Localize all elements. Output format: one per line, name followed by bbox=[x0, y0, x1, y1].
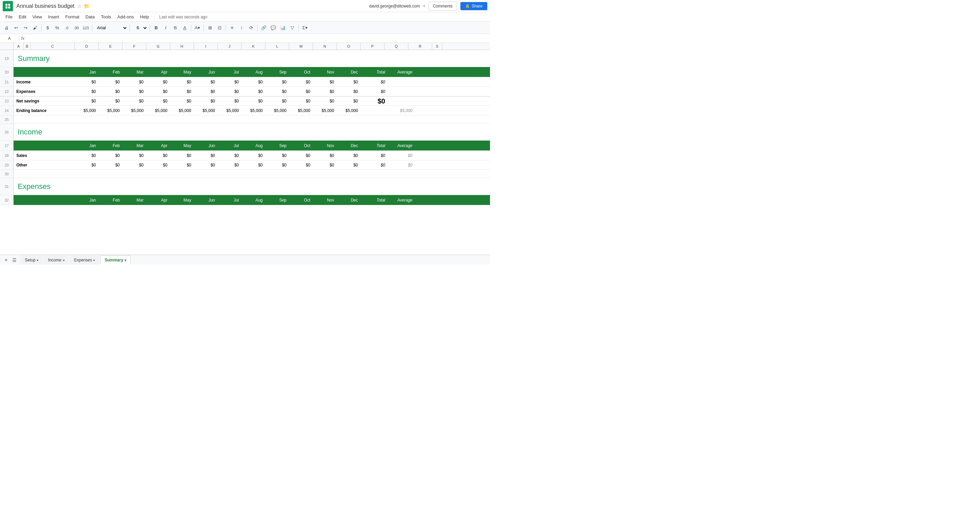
sales-may[interactable]: $0 bbox=[170, 151, 194, 160]
exp-may[interactable]: $0 bbox=[170, 87, 194, 96]
other-aug[interactable]: $0 bbox=[242, 160, 266, 169]
align-button[interactable]: ≡ bbox=[228, 24, 237, 32]
number-format-button[interactable]: 123 bbox=[81, 24, 90, 32]
end-jun[interactable]: $5,000 bbox=[194, 106, 218, 115]
income-aug[interactable]: $0 bbox=[242, 77, 266, 86]
end-mar[interactable]: $5,000 bbox=[123, 106, 146, 115]
share-button[interactable]: 🔒 Share bbox=[460, 2, 487, 10]
exp-jul[interactable]: $0 bbox=[218, 87, 242, 96]
tab-income[interactable]: Income ▾ bbox=[43, 255, 69, 265]
income-may[interactable]: $0 bbox=[170, 77, 194, 86]
folder-icon[interactable]: 📁 bbox=[84, 3, 89, 9]
other-sep[interactable]: $0 bbox=[266, 160, 289, 169]
borders-button[interactable]: ⊞ bbox=[205, 24, 215, 32]
net-dec[interactable]: $0 bbox=[337, 97, 361, 105]
col-header-g[interactable]: G bbox=[146, 43, 170, 50]
sales-oct[interactable]: $0 bbox=[289, 151, 313, 160]
other-nov[interactable]: $0 bbox=[313, 160, 337, 169]
other-oct[interactable]: $0 bbox=[289, 160, 313, 169]
menu-help[interactable]: Help bbox=[137, 13, 152, 21]
comment-button[interactable]: 💬 bbox=[269, 24, 278, 32]
italic-button[interactable]: I bbox=[161, 24, 170, 32]
col-header-k[interactable]: K bbox=[242, 43, 266, 50]
link-button[interactable]: 🔗 bbox=[259, 24, 268, 32]
menu-tools[interactable]: Tools bbox=[98, 13, 114, 21]
print-button[interactable]: 🖨 bbox=[2, 24, 11, 32]
other-jan[interactable]: $0 bbox=[75, 160, 99, 169]
col-header-i[interactable]: I bbox=[194, 43, 218, 50]
sales-jan[interactable]: $0 bbox=[75, 151, 99, 160]
other-apr[interactable]: $0 bbox=[146, 160, 170, 169]
decimal-decrease-button[interactable]: .0 bbox=[62, 24, 71, 32]
income-dec[interactable]: $0 bbox=[337, 77, 361, 86]
underline-button[interactable]: A bbox=[180, 24, 189, 32]
sales-jul[interactable]: $0 bbox=[218, 151, 242, 160]
col-header-c[interactable]: C bbox=[30, 43, 75, 50]
col-header-b[interactable]: B bbox=[24, 43, 30, 50]
cell-31[interactable]: Expenses bbox=[14, 178, 490, 195]
exp-jun[interactable]: $0 bbox=[194, 87, 218, 96]
other-may[interactable]: $0 bbox=[170, 160, 194, 169]
bold-button[interactable]: B bbox=[152, 24, 161, 32]
tab-setup[interactable]: Setup ▾ bbox=[21, 255, 43, 265]
user-dropdown-icon[interactable]: ▾ bbox=[423, 4, 425, 8]
cell-25[interactable] bbox=[14, 115, 490, 123]
income-total[interactable]: $0 bbox=[361, 77, 388, 86]
col-header-l[interactable]: L bbox=[266, 43, 289, 50]
menu-data[interactable]: Data bbox=[83, 13, 97, 21]
menu-format[interactable]: Format bbox=[63, 13, 82, 21]
net-aug[interactable]: $0 bbox=[242, 97, 266, 105]
net-apr[interactable]: $0 bbox=[146, 97, 170, 105]
net-jul[interactable]: $0 bbox=[218, 97, 242, 105]
sales-feb[interactable]: $0 bbox=[99, 151, 123, 160]
end-nov[interactable]: $5,000 bbox=[313, 106, 337, 115]
menu-insert[interactable]: Insert bbox=[45, 13, 62, 21]
exp-mar[interactable]: $0 bbox=[123, 87, 146, 96]
exp-jan[interactable]: $0 bbox=[75, 87, 99, 96]
sales-dec[interactable]: $0 bbox=[337, 151, 361, 160]
formula-input[interactable] bbox=[27, 36, 488, 41]
col-header-n[interactable]: N bbox=[313, 43, 337, 50]
valign-button[interactable]: ⫶ bbox=[237, 24, 246, 32]
net-sep[interactable]: $0 bbox=[266, 97, 289, 105]
end-dec[interactable]: $5,000 bbox=[337, 106, 361, 115]
star-icon[interactable]: ☆ bbox=[77, 3, 82, 9]
menu-addons[interactable]: Add-ons bbox=[115, 13, 137, 21]
tab-summary[interactable]: Summary ▾ bbox=[100, 255, 130, 265]
end-oct[interactable]: $5,000 bbox=[289, 106, 313, 115]
income-oct[interactable]: $0 bbox=[289, 77, 313, 86]
income-nov[interactable]: $0 bbox=[313, 77, 337, 86]
col-header-j[interactable]: J bbox=[218, 43, 242, 50]
other-jul[interactable]: $0 bbox=[218, 160, 242, 169]
income-apr[interactable]: $0 bbox=[146, 77, 170, 86]
col-header-h[interactable]: H bbox=[170, 43, 194, 50]
cell-19[interactable]: Summary bbox=[14, 50, 490, 67]
menu-view[interactable]: View bbox=[30, 13, 45, 21]
exp-feb[interactable]: $0 bbox=[99, 87, 123, 96]
sales-aug[interactable]: $0 bbox=[242, 151, 266, 160]
font-size-selector[interactable]: 6 bbox=[132, 24, 148, 32]
sales-avg[interactable]: $0 bbox=[388, 151, 415, 160]
sales-jun[interactable]: $0 bbox=[194, 151, 218, 160]
end-may[interactable]: $5,000 bbox=[170, 106, 194, 115]
income-sep[interactable]: $0 bbox=[266, 77, 289, 86]
other-feb[interactable]: $0 bbox=[99, 160, 123, 169]
menu-file[interactable]: File bbox=[3, 13, 15, 21]
paint-format-button[interactable]: 🖌 bbox=[30, 24, 40, 32]
redo-button[interactable]: ↪ bbox=[21, 24, 30, 32]
function-button[interactable]: Σ▾ bbox=[301, 24, 309, 32]
other-avg[interactable]: $0 bbox=[388, 160, 415, 169]
other-mar[interactable]: $0 bbox=[123, 160, 146, 169]
exp-nov[interactable]: $0 bbox=[313, 87, 337, 96]
col-header-e[interactable]: E bbox=[99, 43, 123, 50]
exp-dec[interactable]: $0 bbox=[337, 87, 361, 96]
font-selector[interactable]: Arial bbox=[94, 24, 128, 32]
document-title[interactable]: Annual business budget bbox=[16, 3, 75, 9]
income-jun[interactable]: $0 bbox=[194, 77, 218, 86]
income-jan[interactable]: $0 bbox=[75, 77, 99, 86]
income-jul[interactable]: $0 bbox=[218, 77, 242, 86]
filter-button[interactable]: ▽ bbox=[288, 24, 297, 32]
sales-apr[interactable]: $0 bbox=[146, 151, 170, 160]
comments-button[interactable]: Comments bbox=[428, 2, 457, 11]
end-jan[interactable]: $5,000 bbox=[75, 106, 99, 115]
